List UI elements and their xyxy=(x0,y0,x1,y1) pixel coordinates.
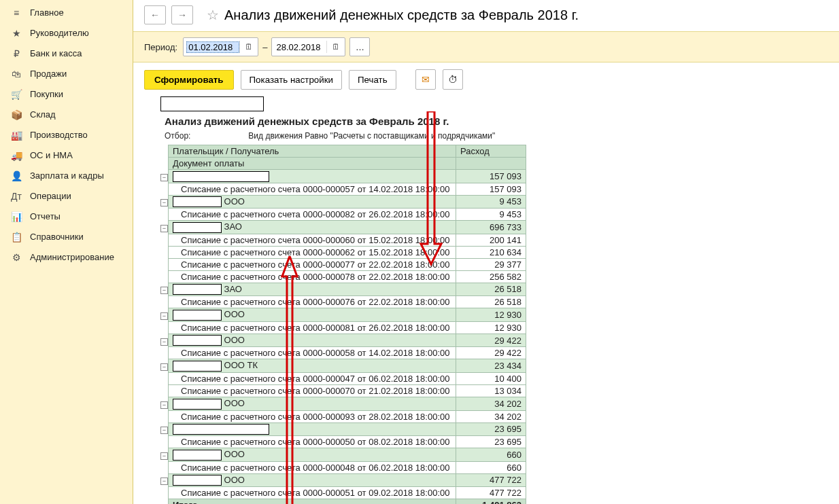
row-name: ООО xyxy=(169,334,456,347)
row-amount: 10 400 xyxy=(456,372,526,384)
favorite-star-icon[interactable]: ☆ xyxy=(207,7,219,23)
sidebar-item[interactable]: ₽Банк и касса xyxy=(0,43,133,64)
group-row[interactable]: − ООО34 202 xyxy=(160,397,526,410)
group-name: ООО xyxy=(222,335,245,345)
group-row[interactable]: − ООО660 xyxy=(160,448,526,462)
group-row[interactable]: − ООО12 930 xyxy=(160,308,526,322)
calendar-icon[interactable]: 🗓 xyxy=(326,41,342,53)
collapse-toggle[interactable]: − xyxy=(160,199,168,206)
sidebar-item[interactable]: 📋Справочники xyxy=(0,227,133,247)
detail-row[interactable]: Списание с расчетного счета 0000-000070 … xyxy=(160,384,526,397)
detail-row[interactable]: Списание с расчетного счета 0000-000077 … xyxy=(160,258,526,270)
period-from-input[interactable] xyxy=(186,41,239,53)
report-table: Плательщик / Получатель Расход Документ … xyxy=(160,145,526,504)
row-amount: 696 733 xyxy=(456,221,526,234)
redacted-block xyxy=(173,284,222,295)
group-row[interactable]: − ЗАО696 733 xyxy=(160,221,526,234)
group-row[interactable]: − ООО9 453 xyxy=(160,195,526,209)
sidebar-item[interactable]: 👤Зарплата и кадры xyxy=(0,166,133,186)
collapse-toggle[interactable]: − xyxy=(160,174,168,181)
sidebar-item-label: ОС и НМА xyxy=(30,150,73,161)
generate-button[interactable]: Сформировать xyxy=(144,70,234,90)
sidebar-item-label: Банк и касса xyxy=(30,48,82,59)
sidebar-item-label: Зарплата и кадры xyxy=(30,170,104,181)
group-row[interactable]: −23 695 xyxy=(160,422,526,436)
detail-row[interactable]: Списание с расчетного счета 0000-000081 … xyxy=(160,321,526,334)
detail-row[interactable]: Списание с расчетного счета 0000-000082 … xyxy=(160,209,526,221)
period-to-field[interactable]: 🗓 xyxy=(271,37,345,56)
col-header-payer: Плательщик / Получатель xyxy=(169,145,456,158)
collapse-toggle[interactable]: − xyxy=(160,338,168,346)
period-to-input[interactable] xyxy=(275,41,326,53)
nav-back-button[interactable]: ← xyxy=(144,5,166,24)
row-amount: 660 xyxy=(456,461,526,473)
group-row[interactable]: − ООО29 422 xyxy=(160,334,526,347)
row-amount: 157 093 xyxy=(456,170,526,183)
row-name: Списание с расчетного счета 0000-000047 … xyxy=(169,372,456,384)
group-row[interactable]: − ЗАО26 518 xyxy=(160,283,526,296)
group-row[interactable]: − ООО477 722 xyxy=(160,473,526,487)
detail-row[interactable]: Списание с расчетного счета 0000-000048 … xyxy=(160,461,526,473)
detail-row[interactable]: Списание с расчетного счета 0000-000047 … xyxy=(160,372,526,384)
detail-row[interactable]: Списание с расчетного счета 0000-000060 … xyxy=(160,234,526,246)
row-name: Списание с расчетного счета 0000-000060 … xyxy=(169,234,456,246)
sidebar-item[interactable]: ≡Главное xyxy=(0,3,133,23)
detail-row[interactable]: Списание с расчетного счета 0000-000078 … xyxy=(160,270,526,283)
sidebar-icon: 📋 xyxy=(10,232,23,242)
sidebar-item[interactable]: 📊Отчеты xyxy=(0,206,133,227)
sidebar-item-label: Руководителю xyxy=(30,28,89,39)
sidebar-item[interactable]: 🏭Производство xyxy=(0,125,133,145)
row-name xyxy=(169,170,456,183)
filter-label: Отбор: xyxy=(165,131,246,141)
detail-row[interactable]: Списание с расчетного счета 0000-000050 … xyxy=(160,436,526,448)
sidebar-icon: ⚙ xyxy=(10,252,23,263)
show-settings-button[interactable]: Показать настройки xyxy=(241,70,342,90)
collapse-toggle[interactable]: − xyxy=(160,312,168,320)
timer-icon-button[interactable]: ⏱ xyxy=(443,69,463,90)
collapse-toggle[interactable]: − xyxy=(160,287,168,294)
email-icon-button[interactable]: ✉ xyxy=(415,69,436,90)
row-name: Списание с расчетного счета 0000-000076 … xyxy=(169,296,456,308)
nav-forward-button[interactable]: → xyxy=(171,5,193,24)
calendar-icon[interactable]: 🗓 xyxy=(239,41,255,53)
sidebar-icon: ₽ xyxy=(10,48,23,59)
row-amount: 12 930 xyxy=(456,321,526,334)
sidebar-item[interactable]: 🛒Покупки xyxy=(0,84,133,105)
sidebar-icon: 📊 xyxy=(10,211,23,222)
detail-row[interactable]: Списание с расчетного счета 0000-000057 … xyxy=(160,183,526,195)
period-from-field[interactable]: 🗓 xyxy=(183,37,258,56)
collapse-toggle[interactable]: − xyxy=(160,427,168,434)
collapse-toggle[interactable]: − xyxy=(160,363,168,371)
detail-row[interactable]: Списание с расчетного счета 0000-000076 … xyxy=(160,296,526,308)
sidebar-item[interactable]: 🛍Продажи xyxy=(0,64,133,84)
collapse-toggle[interactable]: − xyxy=(160,478,168,485)
sidebar-item[interactable]: 📦Склад xyxy=(0,105,133,125)
row-name: Списание с расчетного счета 0000-000081 … xyxy=(169,321,456,334)
row-name: ООО xyxy=(169,473,456,487)
collapse-toggle[interactable]: − xyxy=(160,452,168,460)
row-name: ООО xyxy=(169,397,456,410)
group-row[interactable]: −157 093 xyxy=(160,170,526,183)
collapse-toggle[interactable]: − xyxy=(160,225,168,232)
group-row[interactable]: − ООО ТК23 434 xyxy=(160,359,526,373)
sidebar-item[interactable]: ⚙Администрирование xyxy=(0,247,133,268)
sidebar-icon: 📦 xyxy=(10,109,23,120)
period-picker-button[interactable]: … xyxy=(349,37,370,56)
row-name: ЗАО xyxy=(169,221,456,234)
total-value: 1 491 862 xyxy=(456,499,526,504)
sidebar-item[interactable]: ДтОперации xyxy=(0,186,133,206)
row-name: Списание с расчетного счета 0000-000048 … xyxy=(169,461,456,473)
sidebar-icon: ★ xyxy=(10,28,23,39)
group-name: ЗАО xyxy=(222,221,242,232)
redacted-block xyxy=(173,335,222,346)
detail-row[interactable]: Списание с расчетного счета 0000-000058 … xyxy=(160,347,526,359)
redacted-block xyxy=(173,475,222,486)
print-button[interactable]: Печать xyxy=(349,70,396,90)
sidebar-item-label: Администрирование xyxy=(30,252,114,263)
detail-row[interactable]: Списание с расчетного счета 0000-000051 … xyxy=(160,487,526,499)
detail-row[interactable]: Списание с расчетного счета 0000-000062 … xyxy=(160,246,526,258)
detail-row[interactable]: Списание с расчетного счета 0000-000093 … xyxy=(160,410,526,422)
collapse-toggle[interactable]: − xyxy=(160,401,168,409)
sidebar-item[interactable]: 🚚ОС и НМА xyxy=(0,145,133,166)
sidebar-item[interactable]: ★Руководителю xyxy=(0,23,133,43)
